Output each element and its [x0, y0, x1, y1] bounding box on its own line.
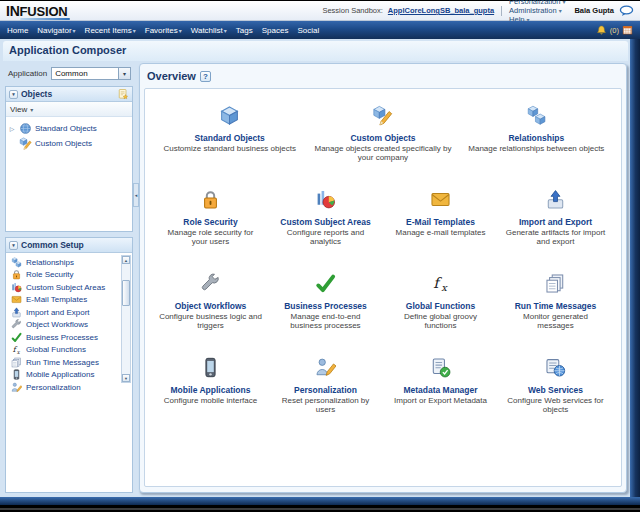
envelope-icon	[430, 189, 451, 210]
chevron-down-icon[interactable]: ▾	[118, 68, 130, 79]
tile-business-processes[interactable]: Business ProcessesManage end-to-end busi…	[268, 273, 383, 330]
nav-item-home[interactable]: Home	[7, 26, 28, 35]
tile-label: Standard Objects	[159, 133, 300, 143]
notifications-bell-icon[interactable]	[596, 25, 607, 36]
chevron-down-icon: ▾	[30, 106, 33, 113]
sidebar-item-import-and-export[interactable]: Import and Export	[11, 306, 121, 319]
nav-item-recent-items[interactable]: Recent Items▾	[85, 26, 136, 35]
common-setup-title: Common Setup	[21, 240, 84, 250]
scrollbar-thumb[interactable]	[122, 280, 130, 306]
expand-icon[interactable]: ▷	[8, 125, 16, 132]
tile-row: Role SecurityManage role security for yo…	[153, 189, 613, 246]
tree-item-custom-objects[interactable]: Custom Objects	[8, 136, 130, 151]
session-sandbox-link[interactable]: ApplCoreLongSB_bala_gupta	[388, 6, 494, 15]
tile-row: Object WorkflowsConfigure business logic…	[153, 273, 613, 330]
sidebar-item-personalization[interactable]: Personalization	[11, 381, 121, 394]
tile-description: Manage e-mail templates	[389, 228, 492, 237]
objects-tree: ▷Standard ObjectsCustom Objects	[6, 117, 132, 231]
chart-icon	[315, 189, 336, 210]
session-sandbox-label: Session Sandbox:	[322, 6, 382, 15]
nav-item-navigator[interactable]: Navigator▾	[37, 26, 75, 35]
tile-label: Personalization	[274, 385, 377, 395]
scroll-down-icon[interactable]: ▼	[122, 374, 130, 382]
global-link-administration[interactable]: Administration▾	[509, 6, 565, 15]
tile-custom-subject-areas[interactable]: Custom Subject AreasConfigure reports an…	[268, 189, 383, 246]
objects-panel-title: Objects	[21, 89, 52, 99]
tile-e-mail-templates[interactable]: E-Mail TemplatesManage e-mail templates	[383, 189, 498, 246]
application-select-label: Application	[8, 69, 47, 78]
tile-label: Business Processes	[274, 301, 377, 311]
chat-bubble-icon[interactable]	[619, 5, 634, 17]
logo-text: IN	[6, 3, 20, 19]
objects-panel: ▾ Objects View ▾ ▷Standard ObjectsCustom…	[5, 86, 133, 232]
logo-text-rest: FUSION	[20, 4, 68, 19]
envelope-icon	[11, 294, 22, 305]
help-icon[interactable]: ?	[200, 71, 211, 82]
objects-panel-header[interactable]: ▾ Objects	[6, 87, 132, 102]
sidebar-item-global-functions[interactable]: fxGlobal Functions	[11, 344, 121, 357]
workspace: Application Composer Application Common …	[0, 39, 630, 497]
nav-item-spaces[interactable]: Spaces	[262, 26, 289, 35]
tile-description: Configure Web services for objects	[504, 396, 607, 414]
new-object-icon[interactable]	[117, 88, 129, 100]
documents-icon	[11, 357, 22, 368]
sidebar-item-relationships[interactable]: Relationships	[11, 256, 121, 269]
nav-item-social[interactable]: Social	[297, 26, 319, 35]
tile-object-workflows[interactable]: Object WorkflowsConfigure business logic…	[153, 273, 268, 330]
tile-global-functions[interactable]: fxGlobal FunctionsDefine global groovy f…	[383, 273, 498, 330]
sidebar-item-role-security[interactable]: Role Security	[11, 269, 121, 282]
fx-icon: fx	[11, 344, 22, 355]
common-setup-panel: ▾ Common Setup RelationshipsRole Securit…	[5, 237, 133, 493]
tile-description: Manage relationships between objects	[466, 144, 607, 153]
nav-item-favorites[interactable]: Favorites▾	[145, 26, 182, 35]
collapse-icon[interactable]: ▾	[9, 90, 18, 99]
scroll-up-icon[interactable]: ▲	[122, 256, 130, 264]
nav-item-watchlist[interactable]: Watchlist▾	[191, 26, 227, 35]
tile-row: Standard ObjectsCustomize standard busin…	[153, 105, 613, 162]
application-select[interactable]: Common ▾	[51, 67, 131, 80]
check-icon	[315, 273, 336, 294]
page-title: Application Composer	[3, 41, 628, 61]
documents-icon	[545, 273, 566, 294]
collapse-icon[interactable]: ▾	[9, 241, 18, 250]
scrollbar[interactable]: ▲ ▼	[121, 255, 131, 383]
tile-role-security[interactable]: Role SecurityManage role security for yo…	[153, 189, 268, 246]
tile-label: Import and Export	[504, 217, 607, 227]
chevron-down-icon: ▾	[179, 27, 182, 34]
sidebar-item-e-mail-templates[interactable]: E-Mail Templates	[11, 294, 121, 307]
tile-run-time-messages[interactable]: Run Time MessagesMonitor generated messa…	[498, 273, 613, 330]
tile-label: Relationships	[466, 133, 607, 143]
tile-web-services[interactable]: Web ServicesConfigure Web services for o…	[498, 357, 613, 414]
import-arrow-icon	[545, 189, 566, 210]
view-menu-button[interactable]: View ▾	[10, 105, 33, 114]
web-services-icon	[545, 357, 566, 378]
globe-icon	[19, 122, 32, 135]
sidebar-item-business-processes[interactable]: Business Processes	[11, 331, 121, 344]
tree-item-standard-objects[interactable]: ▷Standard Objects	[8, 121, 130, 136]
tile-description: Configure reports and analytics	[274, 228, 377, 246]
tile-import-and-export[interactable]: Import and ExportGenerate artifacts for …	[498, 189, 613, 246]
tile-label: Role Security	[159, 217, 262, 227]
tile-mobile-applications[interactable]: Mobile ApplicationsConfigure mobile inte…	[153, 357, 268, 414]
calendar-grid-icon[interactable]	[622, 25, 633, 35]
sidebar-item-object-workflows[interactable]: Object Workflows	[11, 319, 121, 332]
tile-metadata-manager[interactable]: Metadata ManagerImport or Export Metadat…	[383, 357, 498, 414]
nav-item-tags[interactable]: Tags	[236, 26, 253, 35]
sidebar-item-run-time-messages[interactable]: Run Time Messages	[11, 356, 121, 369]
divider	[501, 6, 502, 16]
window-edge	[0, 508, 640, 510]
sidebar-item-custom-subject-areas[interactable]: Custom Subject Areas	[11, 281, 121, 294]
cubes-linked-icon	[526, 105, 547, 126]
panel-splitter[interactable]: ◂	[133, 63, 139, 493]
tile-custom-objects[interactable]: Custom ObjectsManage objects created spe…	[306, 105, 459, 162]
tile-personalization[interactable]: PersonalizationReset personalization by …	[268, 357, 383, 414]
tile-relationships[interactable]: RelationshipsManage relationships betwee…	[460, 105, 613, 162]
sidebar-item-mobile-applications[interactable]: Mobile Applications	[11, 369, 121, 382]
common-setup-header[interactable]: ▾ Common Setup	[6, 238, 132, 253]
collapse-pane-icon[interactable]: ◂	[133, 183, 139, 207]
tile-standard-objects[interactable]: Standard ObjectsCustomize standard busin…	[153, 105, 306, 162]
person-pencil-icon	[315, 357, 336, 378]
user-name: Bala Gupta	[574, 6, 614, 15]
wrench-icon	[200, 273, 221, 294]
nav-items: HomeNavigator▾Recent Items▾Favorites▾Wat…	[7, 26, 319, 35]
